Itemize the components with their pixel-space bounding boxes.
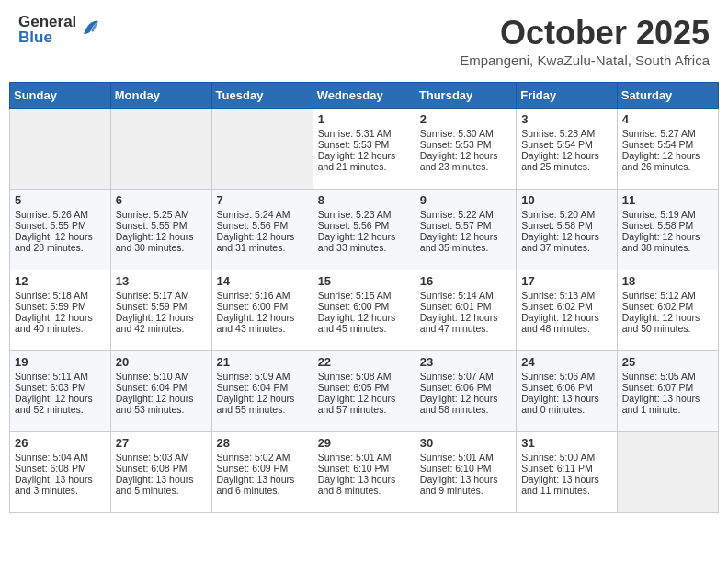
calendar-cell: 12Sunrise: 5:18 AMSunset: 5:59 PMDayligh…	[10, 270, 111, 351]
sunset-text: Sunset: 5:54 PM	[622, 139, 713, 150]
calendar-cell	[10, 109, 111, 190]
sunset-text: Sunset: 5:58 PM	[622, 220, 713, 231]
daylight-text: Daylight: 12 hours and 28 minutes.	[15, 231, 106, 253]
calendar-cell: 6Sunrise: 5:25 AMSunset: 5:55 PMDaylight…	[110, 190, 211, 270]
sunset-text: Sunset: 5:53 PM	[420, 139, 511, 150]
sunset-text: Sunset: 6:08 PM	[116, 463, 207, 474]
calendar-cell: 16Sunrise: 5:14 AMSunset: 6:01 PMDayligh…	[415, 270, 516, 351]
day-number: 19	[15, 355, 106, 369]
sunrise-text: Sunrise: 5:11 AM	[15, 371, 106, 382]
day-number: 28	[217, 436, 308, 450]
calendar-week-row: 1Sunrise: 5:31 AMSunset: 5:53 PMDaylight…	[10, 109, 719, 190]
month-title: October 2025	[460, 14, 710, 52]
daylight-text: Daylight: 12 hours and 55 minutes.	[217, 393, 308, 415]
col-header-monday: Monday	[110, 83, 211, 109]
calendar-cell: 3Sunrise: 5:28 AMSunset: 5:54 PMDaylight…	[517, 109, 618, 190]
calendar-cell: 14Sunrise: 5:16 AMSunset: 6:00 PMDayligh…	[211, 270, 313, 351]
sunset-text: Sunset: 6:04 PM	[116, 382, 207, 393]
sunset-text: Sunset: 6:10 PM	[318, 463, 410, 474]
sunrise-text: Sunrise: 5:28 AM	[521, 128, 612, 139]
col-header-tuesday: Tuesday	[211, 83, 313, 109]
sunset-text: Sunset: 6:06 PM	[420, 382, 511, 393]
calendar-cell: 4Sunrise: 5:27 AMSunset: 5:54 PMDaylight…	[617, 109, 718, 190]
title-block: October 2025 Empangeni, KwaZulu-Natal, S…	[460, 14, 710, 68]
calendar-cell: 1Sunrise: 5:31 AMSunset: 5:53 PMDaylight…	[313, 109, 415, 190]
sunset-text: Sunset: 5:59 PM	[15, 301, 106, 312]
sunset-text: Sunset: 5:53 PM	[318, 139, 410, 150]
daylight-text: Daylight: 12 hours and 52 minutes.	[15, 393, 106, 415]
sunrise-text: Sunrise: 5:30 AM	[420, 128, 511, 139]
daylight-text: Daylight: 12 hours and 58 minutes.	[420, 393, 511, 415]
sunset-text: Sunset: 5:54 PM	[521, 139, 612, 150]
sunrise-text: Sunrise: 5:02 AM	[217, 452, 308, 463]
calendar-cell: 20Sunrise: 5:10 AMSunset: 6:04 PMDayligh…	[110, 351, 211, 432]
sunrise-text: Sunrise: 5:05 AM	[622, 371, 713, 382]
sunset-text: Sunset: 6:11 PM	[521, 463, 612, 474]
daylight-text: Daylight: 12 hours and 50 minutes.	[622, 312, 713, 334]
logo-general: General	[18, 14, 76, 29]
calendar-cell: 13Sunrise: 5:17 AMSunset: 5:59 PMDayligh…	[110, 270, 211, 351]
sunset-text: Sunset: 5:55 PM	[15, 220, 106, 231]
sunrise-text: Sunrise: 5:26 AM	[15, 209, 106, 220]
daylight-text: Daylight: 12 hours and 25 minutes.	[521, 150, 612, 172]
daylight-text: Daylight: 12 hours and 30 minutes.	[116, 231, 207, 253]
page-header: General Blue October 2025 Empangeni, Kwa…	[9, 9, 719, 73]
daylight-text: Daylight: 12 hours and 26 minutes.	[622, 150, 713, 172]
day-number: 23	[420, 355, 511, 369]
calendar-cell: 7Sunrise: 5:24 AMSunset: 5:56 PMDaylight…	[211, 190, 313, 270]
daylight-text: Daylight: 13 hours and 5 minutes.	[116, 474, 207, 496]
col-header-saturday: Saturday	[617, 83, 718, 109]
daylight-text: Daylight: 13 hours and 6 minutes.	[217, 474, 308, 496]
daylight-text: Daylight: 12 hours and 42 minutes.	[116, 312, 207, 334]
daylight-text: Daylight: 12 hours and 38 minutes.	[622, 231, 713, 253]
sunset-text: Sunset: 6:10 PM	[420, 463, 511, 474]
calendar-cell: 8Sunrise: 5:23 AMSunset: 5:56 PMDaylight…	[313, 190, 415, 270]
day-number: 4	[622, 112, 713, 126]
calendar-cell: 28Sunrise: 5:02 AMSunset: 6:09 PMDayligh…	[211, 432, 313, 513]
calendar-cell: 15Sunrise: 5:15 AMSunset: 6:00 PMDayligh…	[313, 270, 415, 351]
daylight-text: Daylight: 13 hours and 1 minute.	[622, 393, 713, 415]
sunrise-text: Sunrise: 5:23 AM	[318, 209, 410, 220]
sunrise-text: Sunrise: 5:03 AM	[116, 452, 207, 463]
day-number: 13	[116, 274, 207, 288]
daylight-text: Daylight: 12 hours and 48 minutes.	[521, 312, 612, 334]
sunrise-text: Sunrise: 5:12 AM	[622, 290, 713, 301]
calendar-cell: 9Sunrise: 5:22 AMSunset: 5:57 PMDaylight…	[415, 190, 516, 270]
day-number: 5	[15, 193, 106, 207]
sunrise-text: Sunrise: 5:01 AM	[318, 452, 410, 463]
sunset-text: Sunset: 5:58 PM	[521, 220, 612, 231]
calendar-cell: 30Sunrise: 5:01 AMSunset: 6:10 PMDayligh…	[415, 432, 516, 513]
daylight-text: Daylight: 12 hours and 33 minutes.	[318, 231, 410, 253]
col-header-wednesday: Wednesday	[313, 83, 415, 109]
logo: General Blue	[18, 14, 100, 45]
calendar-week-row: 19Sunrise: 5:11 AMSunset: 6:03 PMDayligh…	[10, 351, 719, 432]
sunrise-text: Sunrise: 5:04 AM	[15, 452, 106, 463]
day-number: 18	[622, 274, 713, 288]
calendar-cell	[110, 109, 211, 190]
sunrise-text: Sunrise: 5:16 AM	[217, 290, 308, 301]
calendar-cell: 23Sunrise: 5:07 AMSunset: 6:06 PMDayligh…	[415, 351, 516, 432]
day-number: 22	[318, 355, 410, 369]
day-number: 6	[116, 193, 207, 207]
sunrise-text: Sunrise: 5:01 AM	[420, 452, 511, 463]
daylight-text: Daylight: 13 hours and 8 minutes.	[318, 474, 410, 496]
calendar-cell: 18Sunrise: 5:12 AMSunset: 6:02 PMDayligh…	[617, 270, 718, 351]
sunset-text: Sunset: 6:02 PM	[521, 301, 612, 312]
daylight-text: Daylight: 12 hours and 23 minutes.	[420, 150, 511, 172]
day-number: 20	[116, 355, 207, 369]
calendar-header-row: SundayMondayTuesdayWednesdayThursdayFrid…	[10, 83, 719, 109]
sunset-text: Sunset: 6:03 PM	[15, 382, 106, 393]
day-number: 16	[420, 274, 511, 288]
calendar-cell: 10Sunrise: 5:20 AMSunset: 5:58 PMDayligh…	[517, 190, 618, 270]
calendar-cell: 31Sunrise: 5:00 AMSunset: 6:11 PMDayligh…	[517, 432, 618, 513]
daylight-text: Daylight: 13 hours and 0 minutes.	[521, 393, 612, 415]
daylight-text: Daylight: 12 hours and 21 minutes.	[318, 150, 410, 172]
sunset-text: Sunset: 6:05 PM	[318, 382, 410, 393]
calendar-cell: 29Sunrise: 5:01 AMSunset: 6:10 PMDayligh…	[313, 432, 415, 513]
calendar-cell: 19Sunrise: 5:11 AMSunset: 6:03 PMDayligh…	[10, 351, 111, 432]
calendar-cell: 24Sunrise: 5:06 AMSunset: 6:06 PMDayligh…	[517, 351, 618, 432]
calendar-cell: 21Sunrise: 5:09 AMSunset: 6:04 PMDayligh…	[211, 351, 313, 432]
sunrise-text: Sunrise: 5:06 AM	[521, 371, 612, 382]
sunset-text: Sunset: 6:00 PM	[318, 301, 410, 312]
col-header-friday: Friday	[517, 83, 618, 109]
